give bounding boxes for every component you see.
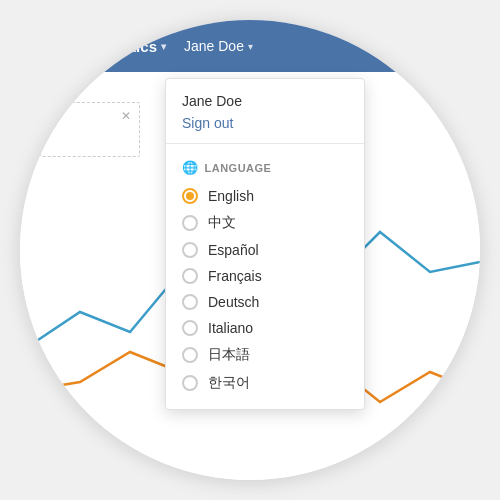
- user-chevron: ▾: [248, 41, 253, 52]
- chart-axis-label: AL: [20, 137, 30, 151]
- language-option-6[interactable]: 日本語: [182, 341, 348, 369]
- language-label-2: Español: [208, 242, 259, 258]
- radio-circle-2: [182, 242, 198, 258]
- language-label-6: 日本語: [208, 346, 250, 364]
- radio-circle-3: [182, 268, 198, 284]
- brand-menu[interactable]: Accent Athletics ▾: [40, 38, 166, 55]
- language-option-1[interactable]: 中文: [182, 209, 348, 237]
- language-option-5[interactable]: Italiano: [182, 315, 348, 341]
- language-label-3: Français: [208, 268, 262, 284]
- globe-icon: 🌐: [182, 160, 199, 175]
- main-container: Accent Athletics ▾ Jane Doe ▾ 🔔 ? ✕ AL: [20, 20, 480, 480]
- brand-label: Accent Athletics: [40, 38, 157, 55]
- brand-chevron: ▾: [161, 41, 166, 52]
- language-label-4: Deutsch: [208, 294, 259, 310]
- app-header: Accent Athletics ▾ Jane Doe ▾ 🔔 ?: [20, 20, 480, 72]
- radio-circle-0: [182, 188, 198, 204]
- notification-badge: [419, 31, 428, 40]
- language-option-0[interactable]: English: [182, 183, 348, 209]
- dropdown-user-name: Jane Doe: [166, 79, 364, 113]
- language-section-label: 🌐 LANGUAGE: [182, 160, 348, 175]
- notifications-button[interactable]: 🔔: [402, 35, 424, 57]
- user-label: Jane Doe: [184, 38, 244, 54]
- radio-circle-4: [182, 294, 198, 310]
- dropdown-divider: [166, 143, 364, 144]
- radio-circle-5: [182, 320, 198, 336]
- language-label-0: English: [208, 188, 254, 204]
- language-option-3[interactable]: Français: [182, 263, 348, 289]
- user-menu[interactable]: Jane Doe ▾: [184, 38, 253, 54]
- radio-circle-6: [182, 347, 198, 363]
- language-option-7[interactable]: 한국어: [182, 369, 348, 397]
- sign-out-link[interactable]: Sign out: [166, 113, 364, 143]
- chart-callout-box: ✕: [40, 102, 140, 157]
- language-label-7: 한국어: [208, 374, 250, 392]
- help-button[interactable]: ?: [438, 35, 460, 57]
- language-label-5: Italiano: [208, 320, 253, 336]
- language-options-list: English中文EspañolFrançaisDeutschItaliano日…: [182, 183, 348, 397]
- language-option-2[interactable]: Español: [182, 237, 348, 263]
- language-section: 🌐 LANGUAGE English中文EspañolFrançaisDeuts…: [166, 152, 364, 401]
- radio-circle-1: [182, 215, 198, 231]
- language-option-4[interactable]: Deutsch: [182, 289, 348, 315]
- radio-circle-7: [182, 375, 198, 391]
- language-label-1: 中文: [208, 214, 236, 232]
- user-dropdown: Jane Doe Sign out 🌐 LANGUAGE English中文Es…: [165, 78, 365, 410]
- header-icons: 🔔 ?: [402, 35, 460, 57]
- close-icon[interactable]: ✕: [121, 109, 131, 123]
